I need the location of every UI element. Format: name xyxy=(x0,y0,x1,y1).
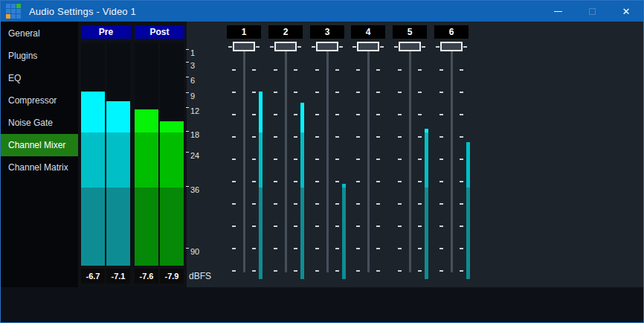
logo-square xyxy=(11,4,16,8)
meter-group-label-pre: Pre xyxy=(81,25,131,39)
logo-square xyxy=(6,14,10,19)
sidebar-item-compressor[interactable]: Compressor xyxy=(1,89,78,112)
fader-scale-tick xyxy=(315,114,319,115)
scale-tick-label: 9 xyxy=(186,92,195,100)
fader-scale-tick xyxy=(376,226,380,227)
fader-handle-tick xyxy=(463,46,467,48)
fader-scale-tick xyxy=(439,270,443,272)
logo-square xyxy=(16,9,21,13)
fader-handle-ch5[interactable] xyxy=(399,42,421,51)
sidebar-item-eq[interactable]: EQ xyxy=(1,67,78,89)
fader-scale-tick xyxy=(398,136,402,138)
fader-scale-tick xyxy=(418,114,422,115)
close-icon: ✕ xyxy=(622,7,631,16)
fader-scale-tick xyxy=(398,159,402,160)
fader-track-ch4[interactable] xyxy=(367,47,370,272)
fader-scale-tick xyxy=(294,248,297,249)
meter-group-label-post: Post xyxy=(135,25,184,39)
fader-scale-tick xyxy=(356,203,360,205)
fader-track-ch1[interactable] xyxy=(243,47,245,272)
sidebar-item-channel-matrix[interactable]: Channel Matrix xyxy=(1,156,78,179)
fader-scale-tick xyxy=(252,69,256,71)
fader-scale-tick xyxy=(232,181,236,182)
channel-number-6: 6 xyxy=(434,25,468,39)
fader-handle-ch2[interactable] xyxy=(274,42,297,51)
scale-tick-label: 6 xyxy=(186,76,195,85)
fader-scale-tick xyxy=(418,136,422,138)
fader-scale-tick xyxy=(418,159,422,160)
logo-square xyxy=(16,14,21,19)
fader-track-ch3[interactable] xyxy=(326,47,329,272)
close-window-button[interactable]: ✕ xyxy=(609,1,643,22)
logo-square xyxy=(11,9,16,13)
fader-scale-tick xyxy=(418,203,422,205)
fader-track-ch6[interactable] xyxy=(451,47,453,272)
fader-scale-tick xyxy=(376,181,380,182)
fader-handle-tick xyxy=(394,46,398,48)
fader-scale-tick xyxy=(274,114,277,115)
fader-scale-tick xyxy=(294,136,297,138)
meter-bar-post-2 xyxy=(160,121,184,266)
fader-scale-tick xyxy=(294,270,297,272)
fader-scale-tick xyxy=(252,203,256,205)
scale-tick-label: 18 xyxy=(186,130,199,139)
fader-handle-ch6[interactable] xyxy=(440,42,463,51)
channel-number-5: 5 xyxy=(393,25,427,39)
channel-number-4: 4 xyxy=(351,25,385,39)
meter-value-post-1: -7.6 xyxy=(135,269,158,284)
fader-scale-tick xyxy=(315,270,319,272)
fader-handle-tick xyxy=(228,46,232,48)
fader-scale-tick xyxy=(439,136,443,138)
fader-scale-tick xyxy=(439,69,443,71)
channel-number-2: 2 xyxy=(268,25,303,39)
fader-scale-tick xyxy=(274,226,277,227)
channel-meter-bar-ch6 xyxy=(466,142,470,279)
fader-scale-tick xyxy=(252,248,256,249)
fader-scale-tick xyxy=(356,181,360,182)
fader-scale-tick xyxy=(418,270,422,272)
titlebar[interactable]: Audio Settings - Video 1 ✕ xyxy=(1,1,643,22)
fader-scale-tick xyxy=(335,159,339,160)
fader-scale-tick xyxy=(376,136,380,138)
fader-scale-tick xyxy=(315,248,319,249)
fader-scale-tick xyxy=(439,248,443,249)
fader-handle-ch3[interactable] xyxy=(316,42,338,51)
fader-scale-tick xyxy=(232,92,236,93)
channel-number-1: 1 xyxy=(227,25,261,39)
fader-scale-tick xyxy=(274,69,277,71)
fader-scale-tick xyxy=(294,203,297,205)
meter-bar-post-1 xyxy=(135,109,158,266)
fader-scale-tick xyxy=(356,248,360,249)
scale-tick-label: 36 xyxy=(186,185,199,194)
footer-bar: Close xyxy=(1,287,643,323)
fader-scale-tick xyxy=(460,114,463,115)
fader-scale-tick xyxy=(335,136,339,138)
sidebar-item-plugins[interactable]: Plugins xyxy=(1,45,78,67)
fader-scale-tick xyxy=(439,203,443,205)
minimize-button[interactable] xyxy=(541,1,575,22)
fader-scale-tick xyxy=(376,92,380,93)
window-title: Audio Settings - Video 1 xyxy=(29,6,136,17)
fader-scale-tick xyxy=(335,69,339,71)
fader-scale-tick xyxy=(274,92,277,93)
sidebar-item-noise-gate[interactable]: Noise Gate xyxy=(1,112,78,134)
fader-track-ch2[interactable] xyxy=(285,47,287,272)
fader-scale-tick xyxy=(335,226,339,227)
fader-scale-tick xyxy=(398,92,402,93)
fader-scale-tick xyxy=(460,226,463,227)
fader-scale-tick xyxy=(252,270,256,272)
fader-scale-tick xyxy=(335,270,339,272)
sidebar-item-general[interactable]: General xyxy=(1,22,78,45)
fader-scale-tick xyxy=(252,181,256,182)
fader-scale-tick xyxy=(460,270,463,272)
window-controls: ✕ xyxy=(541,1,643,22)
fader-handle-ch1[interactable] xyxy=(233,42,255,51)
sidebar-item-channel-mixer[interactable]: Channel Mixer xyxy=(1,134,78,156)
fader-track-ch5[interactable] xyxy=(409,47,411,272)
fader-handle-tick xyxy=(256,46,260,48)
fader-scale-tick xyxy=(315,181,319,182)
fader-handle-ch4[interactable] xyxy=(357,42,379,51)
fader-scale-tick xyxy=(294,159,297,160)
logo-square xyxy=(6,9,10,13)
fader-scale-tick xyxy=(439,226,443,227)
